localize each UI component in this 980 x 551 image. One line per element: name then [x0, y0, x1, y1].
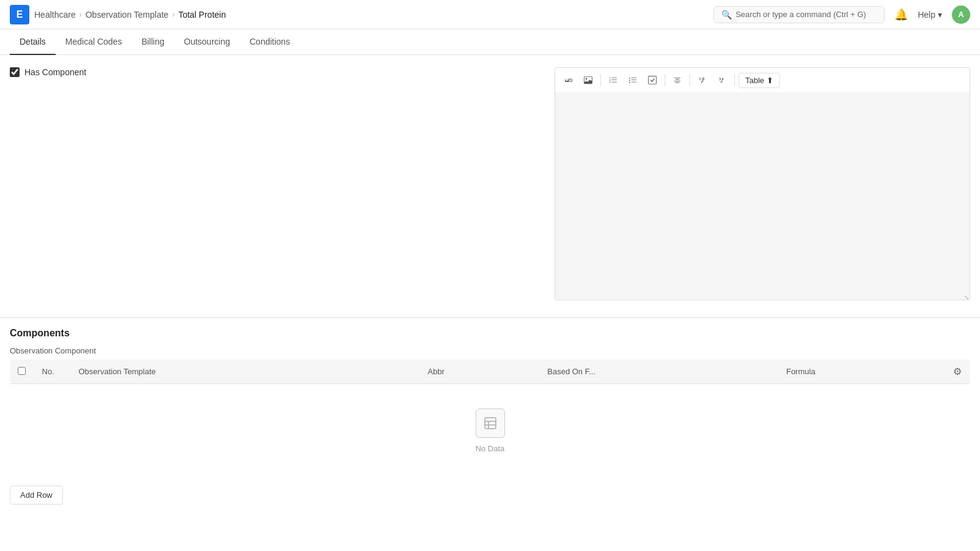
resize-handle[interactable]: ⤡ [964, 294, 970, 300]
col-formula: Formula [779, 360, 946, 384]
no-data-content: No Data [35, 409, 945, 453]
components-title: Components [10, 328, 970, 339]
tab-outsourcing[interactable]: Outsourcing [174, 29, 240, 55]
checklist-icon[interactable] [644, 72, 661, 89]
breadcrumb-sep-1: › [79, 10, 82, 19]
has-component-checkbox[interactable] [10, 67, 20, 77]
table-chevron-icon: ⬆ [767, 76, 773, 85]
obs-component-label: Observation Component [10, 346, 970, 355]
svg-rect-0 [485, 418, 496, 429]
header: E Healthcare › Observation Template › To… [0, 0, 980, 29]
components-section: Components Observation Component No. Obs… [0, 317, 980, 514]
search-icon: 🔍 [721, 10, 732, 20]
unordered-list-icon[interactable] [624, 72, 641, 89]
editor-wrapper: ⤡ [554, 92, 970, 300]
table-button[interactable]: Table ⬆ [739, 73, 780, 88]
breadcrumb-total-protein[interactable]: Total Protein [179, 10, 226, 20]
no-data-icon [476, 409, 505, 438]
ordered-list-icon[interactable] [605, 72, 622, 89]
notification-bell-icon[interactable]: 🔔 [894, 8, 908, 21]
tab-conditions[interactable]: Conditions [240, 29, 300, 55]
tab-details[interactable]: Details [10, 29, 56, 55]
search-box[interactable]: 🔍 Search or type a command (Ctrl + G) [713, 6, 885, 23]
align-center-icon[interactable] [669, 72, 686, 89]
breadcrumb-healthcare[interactable]: Healthcare [34, 10, 76, 20]
table-button-label: Table [745, 76, 764, 85]
col-settings: ⚙ [946, 360, 970, 384]
tab-medical-codes[interactable]: Medical Codes [56, 29, 132, 55]
app-icon[interactable]: E [10, 5, 29, 24]
add-row-button[interactable]: Add Row [10, 486, 63, 505]
left-panel: Has Component [10, 67, 545, 300]
no-data-text: No Data [476, 444, 505, 453]
breadcrumb-observation-template[interactable]: Observation Template [86, 10, 169, 20]
image-icon[interactable] [580, 72, 597, 89]
select-all-checkbox[interactable] [18, 367, 26, 375]
toolbar-divider-2 [665, 74, 665, 86]
col-observation-template: Observation Template [72, 360, 421, 384]
avatar[interactable]: A [952, 6, 970, 24]
editor-area[interactable] [554, 92, 970, 300]
components-table: No. Observation Template Abbr Based On F… [10, 359, 970, 478]
col-no: No. [35, 360, 72, 384]
breadcrumb-sep-2: › [172, 10, 175, 19]
settings-gear-button[interactable]: ⚙ [953, 366, 962, 377]
toolbar-divider-4 [734, 74, 735, 86]
toolbar-divider-3 [690, 74, 690, 86]
editor-toolbar: Table ⬆ [554, 67, 970, 92]
breadcrumb: Healthcare › Observation Template › Tota… [34, 10, 713, 20]
indent-right-icon[interactable] [713, 72, 731, 89]
tabs-bar: Details Medical Codes Billing Outsourcin… [0, 29, 980, 55]
chevron-down-icon: ▾ [938, 10, 942, 20]
has-component-row: Has Component [10, 67, 545, 77]
indent-left-icon[interactable] [694, 72, 711, 89]
search-placeholder-text: Search or type a command (Ctrl + G) [735, 10, 866, 19]
col-abbr: Abbr [421, 360, 540, 384]
toolbar-divider-1 [600, 74, 601, 86]
tab-billing[interactable]: Billing [131, 29, 174, 55]
help-button[interactable]: Help ▾ [918, 10, 942, 20]
main-content: Has Component [0, 55, 980, 312]
right-panel: Table ⬆ ⤡ [554, 67, 970, 300]
link-icon[interactable] [560, 72, 577, 89]
no-data-row: No Data [10, 384, 970, 478]
header-right: 🔍 Search or type a command (Ctrl + G) 🔔 … [713, 6, 970, 24]
col-checkbox [10, 360, 35, 384]
col-based-on-f: Based On F... [540, 360, 779, 384]
help-label: Help [918, 10, 935, 20]
has-component-label: Has Component [24, 67, 86, 77]
